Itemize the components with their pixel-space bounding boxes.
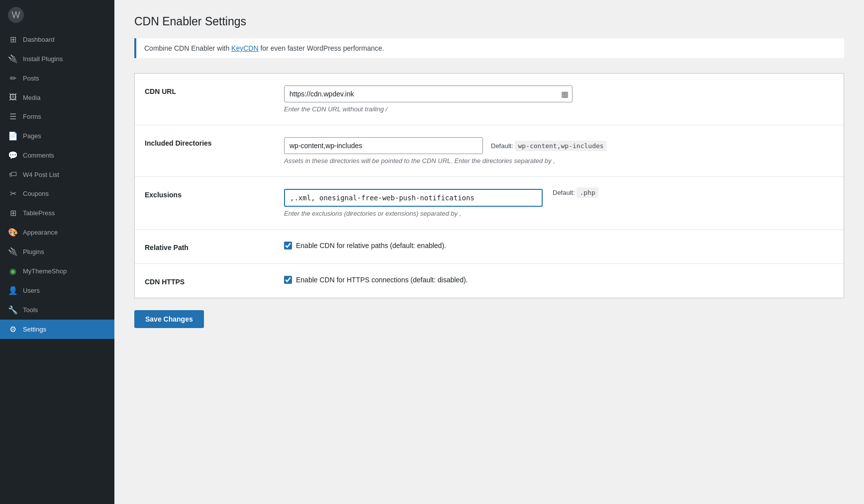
included-directories-default-label: Default: wp-content,wp-includes bbox=[491, 142, 607, 150]
mythemeshop-icon: ◉ bbox=[8, 266, 18, 276]
relative-path-label: Relative Path bbox=[145, 242, 274, 252]
relative-path-checkbox[interactable] bbox=[284, 242, 292, 250]
main-content: CDN Enabler Settings Combine CDN Enabler… bbox=[114, 0, 864, 504]
cdn-url-label: CDN URL bbox=[145, 85, 274, 95]
exclusions-default-label: Default: .php bbox=[553, 189, 598, 196]
sidebar-item-comments[interactable]: 💬 Comments bbox=[0, 146, 114, 165]
plugins-icon: 🔌 bbox=[8, 247, 18, 256]
settings-form: CDN URL ▦ Enter the CDN URL without trai… bbox=[134, 73, 844, 298]
sidebar-item-label: Forms bbox=[23, 113, 41, 120]
sidebar-item-label: Tools bbox=[23, 306, 38, 314]
included-directories-inline: Default: wp-content,wp-includes bbox=[284, 137, 834, 154]
page-title: CDN Enabler Settings bbox=[134, 15, 844, 28]
sidebar-item-settings[interactable]: ⚙ Settings bbox=[0, 320, 114, 339]
exclusions-hint: Enter the exclusions (directories or ext… bbox=[284, 210, 834, 217]
sidebar-item-plugins[interactable]: 🔌 Plugins bbox=[0, 242, 114, 261]
install-plugins-icon: 🔌 bbox=[8, 54, 18, 64]
wp-logo-icon: W bbox=[8, 7, 24, 23]
sidebar-item-label: TablePress bbox=[23, 209, 55, 217]
cdn-https-control: Enable CDN for HTTPS connections (defaul… bbox=[284, 276, 834, 284]
sidebar-item-label: Plugins bbox=[23, 248, 44, 255]
exclusions-default-value: .php bbox=[576, 187, 598, 198]
relative-path-checkbox-text: Enable CDN for relative paths (default: … bbox=[296, 242, 446, 250]
sidebar-item-tablepress[interactable]: ⊞ TablePress bbox=[0, 203, 114, 223]
cdn-url-input-wrapper: ▦ bbox=[284, 85, 573, 102]
relative-path-checkbox-label[interactable]: Enable CDN for relative paths (default: … bbox=[284, 242, 834, 250]
coupons-icon: ✂ bbox=[8, 189, 18, 198]
notice-banner: Combine CDN Enabler with KeyCDN for even… bbox=[134, 38, 844, 58]
appearance-icon: 🎨 bbox=[8, 228, 18, 237]
keycdn-link[interactable]: KeyCDN bbox=[231, 44, 258, 52]
notice-text-after: for even faster WordPress performance. bbox=[259, 44, 384, 52]
sidebar-item-install-plugins[interactable]: 🔌 Install Plugins bbox=[0, 49, 114, 69]
sidebar-logo: W bbox=[0, 0, 114, 30]
cdn-url-hint: Enter the CDN URL without trailing / bbox=[284, 105, 834, 113]
sidebar: W ⊞ Dashboard 🔌 Install Plugins ✏ Posts … bbox=[0, 0, 114, 504]
included-directories-row: Included Directories Default: wp-content… bbox=[135, 125, 844, 177]
sidebar-item-posts[interactable]: ✏ Posts bbox=[0, 69, 114, 88]
users-icon: 👤 bbox=[8, 286, 18, 295]
tools-icon: 🔧 bbox=[8, 305, 18, 315]
media-icon: 🖼 bbox=[8, 93, 18, 102]
cdn-https-label: CDN HTTPS bbox=[145, 276, 274, 286]
cdn-url-icon-button[interactable]: ▦ bbox=[561, 89, 569, 99]
sidebar-item-label: Comments bbox=[23, 152, 54, 159]
save-changes-button[interactable]: Save Changes bbox=[134, 310, 204, 328]
sidebar-item-coupons[interactable]: ✂ Coupons bbox=[0, 184, 114, 203]
sidebar-item-label: Coupons bbox=[23, 190, 49, 197]
sidebar-item-tools[interactable]: 🔧 Tools bbox=[0, 300, 114, 320]
cdn-https-row: CDN HTTPS Enable CDN for HTTPS connectio… bbox=[135, 264, 844, 298]
exclusions-inline: Default: .php bbox=[284, 189, 834, 207]
sidebar-item-appearance[interactable]: 🎨 Appearance bbox=[0, 223, 114, 242]
cdn-https-checkbox-label[interactable]: Enable CDN for HTTPS connections (defaul… bbox=[284, 276, 834, 284]
sidebar-item-label: Media bbox=[23, 94, 40, 101]
sidebar-item-mythemeshop[interactable]: ◉ MyThemeShop bbox=[0, 261, 114, 281]
relative-path-control: Enable CDN for relative paths (default: … bbox=[284, 242, 834, 250]
included-directories-label: Included Directories bbox=[145, 137, 274, 147]
sidebar-item-users[interactable]: 👤 Users bbox=[0, 281, 114, 300]
dashboard-icon: ⊞ bbox=[8, 35, 18, 44]
cdn-url-input[interactable] bbox=[284, 85, 573, 102]
sidebar-item-w4-post-list[interactable]: 🏷 W4 Post List bbox=[0, 165, 114, 184]
sidebar-item-label: Settings bbox=[23, 326, 46, 333]
cdn-url-control: ▦ Enter the CDN URL without trailing / bbox=[284, 85, 834, 113]
cdn-https-checkbox-text: Enable CDN for HTTPS connections (defaul… bbox=[296, 276, 468, 284]
cdn-https-checkbox[interactable] bbox=[284, 276, 292, 284]
exclusions-input[interactable] bbox=[284, 189, 543, 207]
w4-post-list-icon: 🏷 bbox=[8, 170, 18, 179]
exclusions-label: Exclusions bbox=[145, 189, 274, 199]
sidebar-item-dashboard[interactable]: ⊞ Dashboard bbox=[0, 30, 114, 49]
included-directories-hint: Assets in these directories will be poin… bbox=[284, 157, 834, 165]
forms-icon: ☰ bbox=[8, 112, 18, 121]
notice-text: Combine CDN Enabler with bbox=[144, 44, 231, 52]
sidebar-item-label: Posts bbox=[23, 75, 39, 82]
sidebar-item-label: Users bbox=[23, 287, 40, 294]
settings-icon: ⚙ bbox=[8, 325, 18, 334]
included-directories-control: Default: wp-content,wp-includes Assets i… bbox=[284, 137, 834, 165]
sidebar-item-media[interactable]: 🖼 Media bbox=[0, 88, 114, 107]
exclusions-row: Exclusions Default: .php Enter the exclu… bbox=[135, 177, 844, 230]
included-directories-default-value: wp-content,wp-includes bbox=[515, 141, 606, 151]
sidebar-item-label: MyThemeShop bbox=[23, 267, 67, 275]
cdn-url-row: CDN URL ▦ Enter the CDN URL without trai… bbox=[135, 74, 844, 125]
tablepress-icon: ⊞ bbox=[8, 208, 18, 218]
sidebar-item-label: Dashboard bbox=[23, 36, 55, 43]
comments-icon: 💬 bbox=[8, 151, 18, 160]
pages-icon: 📄 bbox=[8, 131, 18, 141]
sidebar-item-pages[interactable]: 📄 Pages bbox=[0, 126, 114, 146]
sidebar-item-label: Install Plugins bbox=[23, 55, 63, 63]
sidebar-item-label: Pages bbox=[23, 132, 41, 140]
included-directories-input[interactable] bbox=[284, 137, 483, 154]
sidebar-item-label: W4 Post List bbox=[23, 171, 59, 178]
relative-path-row: Relative Path Enable CDN for relative pa… bbox=[135, 230, 844, 264]
sidebar-item-forms[interactable]: ☰ Forms bbox=[0, 107, 114, 126]
exclusions-control: Default: .php Enter the exclusions (dire… bbox=[284, 189, 834, 217]
sidebar-item-label: Appearance bbox=[23, 229, 58, 236]
posts-icon: ✏ bbox=[8, 74, 18, 83]
